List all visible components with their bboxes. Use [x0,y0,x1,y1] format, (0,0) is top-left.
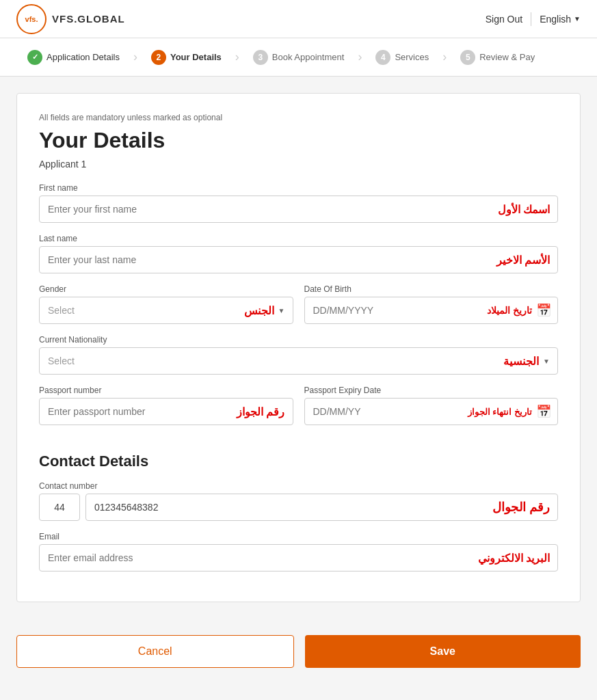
step-services[interactable]: 4 Services [364,50,440,65]
email-label: Email [39,532,558,541]
last-name-label: Last name [39,234,558,243]
cancel-button[interactable]: Cancel [16,635,294,668]
passport-expiry-input[interactable] [304,398,559,425]
step-review-pay[interactable]: 5 Review & Pay [449,50,546,65]
sign-out-button[interactable]: Sign Out [486,14,522,25]
passport-number-label: Passport number [39,386,293,395]
gender-group: Gender Select Male Female الجنس [39,284,293,324]
nationality-wrapper: Select الجنسية [39,347,558,375]
mandatory-note: All fields are mandatory unless marked a… [39,113,558,122]
passport-row: Passport number رقم الجواز Passport Expi… [39,386,558,436]
passport-expiry-wrapper: تاريخ انتهاء الجواز 📅 [304,398,559,425]
step-1-label: Application Details [47,52,120,62]
header-divider [531,12,531,26]
gender-dob-row: Gender Select Male Female الجنس Date Of … [39,284,558,335]
step-sep-2: › [233,50,242,64]
last-name-wrapper: الأسم الاخير [39,246,558,273]
dob-group: Date Of Birth تاريخ الميلاد 📅 [304,284,559,324]
step-2-label: Your Details [170,52,222,62]
step-application-details[interactable]: ✓ Application Details [16,50,131,65]
phone-row: رقم الجوال [39,494,558,521]
page-title: Your Details [39,128,558,153]
gender-wrapper: Select Male Female الجنس [39,297,293,324]
passport-number-input[interactable] [39,398,293,425]
phone-input[interactable] [85,494,558,521]
gender-select[interactable]: Select Male Female [39,297,293,324]
first-name-input[interactable] [39,196,558,223]
dob-wrapper: تاريخ الميلاد 📅 [304,297,559,324]
first-name-wrapper: اسمك الأول [39,196,558,223]
calendar-icon[interactable]: 📅 [536,303,551,318]
bottom-actions: Cancel Save [0,619,597,684]
passport-number-wrapper: رقم الجواز [39,398,293,425]
chevron-down-icon: ▼ [574,15,581,23]
country-code-input[interactable] [39,494,80,521]
step-2-number: 2 [151,50,166,65]
logo-area: vfs. VFS.GLOBAL [16,4,125,34]
contact-section-title: Contact Details [39,453,558,470]
step-4-number: 4 [375,50,390,65]
dob-label: Date Of Birth [304,284,559,294]
step-1-number: ✓ [27,50,42,65]
main-content: All fields are mandatory unless marked a… [0,77,597,619]
header: vfs. VFS.GLOBAL Sign Out English ▼ [0,0,597,38]
nationality-label: Current Nationality [39,335,558,345]
passport-expiry-calendar-icon[interactable]: 📅 [536,404,551,419]
first-name-group: First name اسمك الأول [39,183,558,223]
dob-input[interactable] [304,297,559,324]
step-your-details[interactable]: 2 Your Details [140,50,233,65]
step-sep-1: › [131,50,140,64]
step-3-number: 3 [253,50,268,65]
header-right: Sign Out English ▼ [486,12,581,26]
step-sep-3: › [355,50,364,64]
save-button[interactable]: Save [305,635,581,668]
step-3-label: Book Appointment [272,52,345,62]
first-name-label: First name [39,183,558,193]
logo-text: VFS.GLOBAL [52,13,125,25]
last-name-input[interactable] [39,246,558,273]
language-selector[interactable]: English ▼ [540,14,581,25]
step-sep-4: › [440,50,449,64]
nationality-group: Current Nationality Select الجنسية [39,335,558,375]
phone-input-wrapper: رقم الجوال [85,494,558,521]
nationality-select[interactable]: Select [39,347,558,375]
step-4-label: Services [395,52,429,62]
step-5-number: 5 [460,50,475,65]
email-input[interactable] [39,544,558,571]
step-book-appointment[interactable]: 3 Book Appointment [242,50,356,65]
contact-number-label: Contact number [39,481,558,491]
last-name-group: Last name الأسم الاخير [39,234,558,273]
passport-expiry-group: Passport Expiry Date تاريخ انتهاء الجواز… [304,386,559,425]
gender-label: Gender [39,284,293,294]
language-label: English [540,14,571,25]
form-card: All fields are mandatory unless marked a… [16,93,581,602]
passport-number-group: Passport number رقم الجواز [39,386,293,425]
applicant-label: Applicant 1 [39,159,558,170]
step-5-label: Review & Pay [479,52,535,62]
email-group: Email البريد الالكتروني [39,532,558,571]
email-wrapper: البريد الالكتروني [39,544,558,571]
logo-icon: vfs. [16,4,47,34]
stepper: ✓ Application Details › 2 Your Details ›… [0,38,597,77]
contact-number-group: Contact number رقم الجوال [39,481,558,521]
passport-expiry-label: Passport Expiry Date [304,386,559,395]
